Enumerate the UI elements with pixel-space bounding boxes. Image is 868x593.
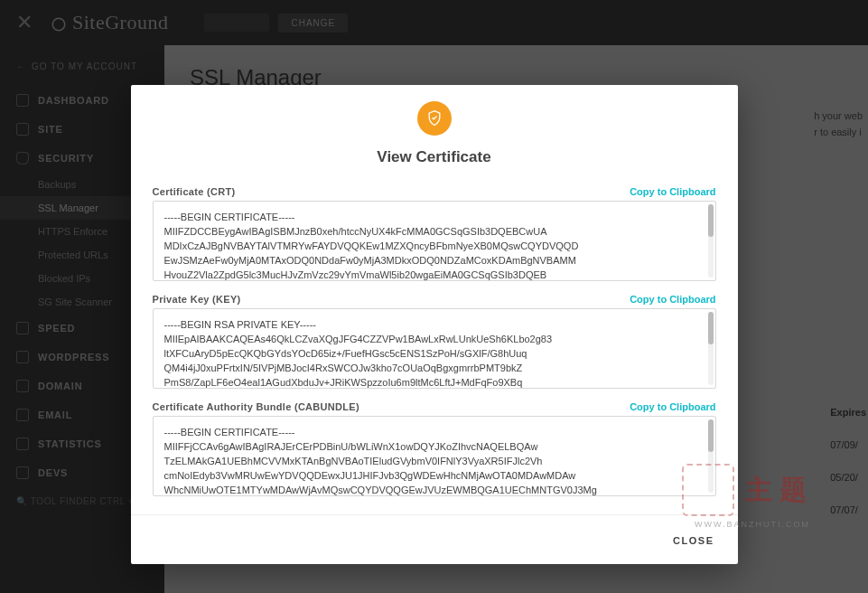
copy-cabundle-button[interactable]: Copy to Clipboard	[630, 401, 715, 412]
scrollbar[interactable]	[708, 204, 714, 278]
key-label: Private Key (KEY)	[153, 294, 241, 305]
cabundle-textarea[interactable]: -----BEGIN CERTIFICATE----- MIIFFjCCAv6g…	[153, 416, 716, 496]
copy-key-button[interactable]: Copy to Clipboard	[630, 294, 715, 305]
field-cabundle: Certificate Authority Bundle (CABUNDLE) …	[153, 401, 716, 496]
close-button[interactable]: CLOSE	[673, 535, 714, 546]
certificate-badge-icon	[417, 101, 452, 136]
copy-crt-button[interactable]: Copy to Clipboard	[630, 186, 715, 197]
cabundle-label: Certificate Authority Bundle (CABUNDLE)	[153, 401, 359, 412]
scrollbar[interactable]	[708, 419, 714, 493]
field-key: Private Key (KEY) Copy to Clipboard ----…	[153, 294, 716, 389]
view-certificate-modal: View Certificate Certificate (CRT) Copy …	[131, 85, 738, 564]
field-crt: Certificate (CRT) Copy to Clipboard ----…	[153, 186, 716, 281]
scrollbar[interactable]	[708, 312, 714, 385]
modal-title: View Certificate	[153, 148, 716, 166]
crt-label: Certificate (CRT)	[153, 186, 236, 197]
crt-textarea[interactable]: -----BEGIN CERTIFICATE----- MIIFZDCCBEyg…	[153, 201, 716, 281]
modal-footer: CLOSE	[131, 514, 738, 564]
key-textarea[interactable]: -----BEGIN RSA PRIVATE KEY----- MIIEpAIB…	[153, 308, 716, 389]
modal-overlay[interactable]: View Certificate Certificate (CRT) Copy …	[0, 0, 868, 593]
